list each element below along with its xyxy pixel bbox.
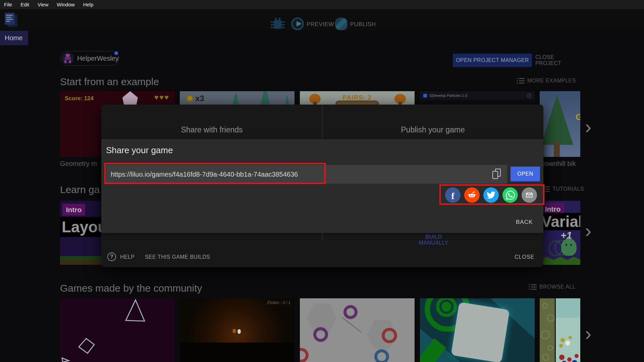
annotation-box-social [439,184,544,205]
preview-play-icon[interactable] [291,17,304,30]
tab-share-with-friends[interactable]: Share with friends [101,105,322,139]
annotation-box-url [104,163,326,184]
tutorial-word: Variab [540,213,580,231]
olive-strip [540,298,556,362]
username: HelperWesley [77,55,119,62]
community-card-row: Étoiles : 0 / 1 [60,298,580,362]
carousel-next-learn[interactable]: › [585,224,591,237]
avatar [62,52,74,64]
examples-section-title: Start from an example [60,76,159,87]
intro-badge: Intro [62,204,85,216]
white-tile [451,302,509,362]
share-heading: Share your game [106,145,173,156]
caption-downhill[interactable]: Downhill bik [540,160,576,168]
see-game-builds-button[interactable]: SEE THIS GAME BUILDS [145,254,210,260]
gdevelop-mini-logo [423,94,427,98]
browse-all-label: BROWSE ALL [539,284,576,290]
footer-divider [322,233,323,240]
community-card-rings[interactable] [300,298,415,362]
carousel-next-community[interactable]: › [585,327,591,340]
browse-all-button[interactable]: BROWSE ALL [529,284,576,290]
publish-button[interactable]: PUBLISH [350,21,376,28]
community-card-maze[interactable] [420,298,535,362]
debug-icon[interactable] [270,17,285,32]
stars-counter: Étoiles : 0 / 1 [267,300,290,305]
tutorial-card-variables[interactable]: Intro Variab +1 [540,201,580,265]
open-game-button[interactable]: OPEN [511,167,540,181]
coin-icon [186,95,193,102]
menu-view[interactable]: View [37,2,49,7]
build-manually-button[interactable]: BUILD MANUALLY [410,234,458,246]
user-chip[interactable]: HelperWesley [60,51,119,66]
score-label: Score: 124 [65,95,94,102]
notification-dot [114,51,118,55]
menu-file[interactable]: File [3,2,13,7]
example-card-downhill[interactable]: G [540,91,580,157]
ghost-sprite [561,238,577,256]
menu-bar: File Edit View Window Help [0,0,644,9]
gdevelop-logo-icon[interactable] [4,12,19,28]
community-card-molecules[interactable] [540,298,580,362]
caption-geometry[interactable]: Geometry m [60,160,97,168]
tutorials-label: TUTORIALS [552,186,584,192]
help-button[interactable]: HELP [120,254,135,260]
tab-home-label: Home [5,34,22,42]
tab-publish-your-game[interactable]: Publish your game [322,105,543,139]
score-letter: G [576,112,580,122]
publish-globe-icon[interactable] [335,17,347,30]
community-card-neon[interactable] [60,298,175,362]
carousel-next-examples[interactable]: › [585,120,591,133]
tab-home[interactable]: Home [0,31,28,45]
grass-zigzag [540,257,580,265]
tutorial-word: Layou [60,218,107,236]
menu-window[interactable]: Window [56,2,75,7]
info-icon[interactable]: i [527,94,531,98]
tutorials-button[interactable]: TUTORIALS [542,186,584,192]
list-icon [517,78,525,84]
gdevelop-app: File Edit View Window Help PREVIEW PUBLI… [0,0,644,362]
learn-section-title: Learn ga [60,184,100,195]
toolbar: PREVIEW PUBLISH [0,9,644,31]
flag-sprite [233,329,236,333]
back-button[interactable]: BACK [516,219,533,226]
menu-help[interactable]: Help [82,2,95,7]
community-section-title: Games made by the community [60,283,202,294]
copy-icon[interactable] [492,169,502,180]
player-sprite [237,329,241,334]
close-project-button[interactable]: CLOSE PROJECT [535,54,580,67]
community-card-night[interactable]: Étoiles : 0 / 1 [180,298,294,362]
more-examples-button[interactable]: MORE EXAMPLES [517,78,576,84]
preview-button[interactable]: PREVIEW [307,21,334,28]
video-title: GDevelop Particles 1.0 [429,94,467,98]
tree-sprite [541,95,573,145]
hearts-icons: ♥♥♥ [154,93,169,102]
close-dialog-button[interactable]: CLOSE [515,254,534,260]
help-icon[interactable]: ? [107,252,116,261]
coin-multiplier: x3 [195,94,204,103]
open-project-manager-button[interactable]: OPEN PROJECT MANAGER [453,54,532,67]
video-title-bar: GDevelop Particles 1.0 i [420,91,535,100]
more-examples-label: MORE EXAMPLES [527,78,576,84]
neon-shapes [60,298,175,362]
list-icon [529,284,537,290]
menu-edit[interactable]: Edit [19,2,30,7]
tab-divider [322,105,323,139]
